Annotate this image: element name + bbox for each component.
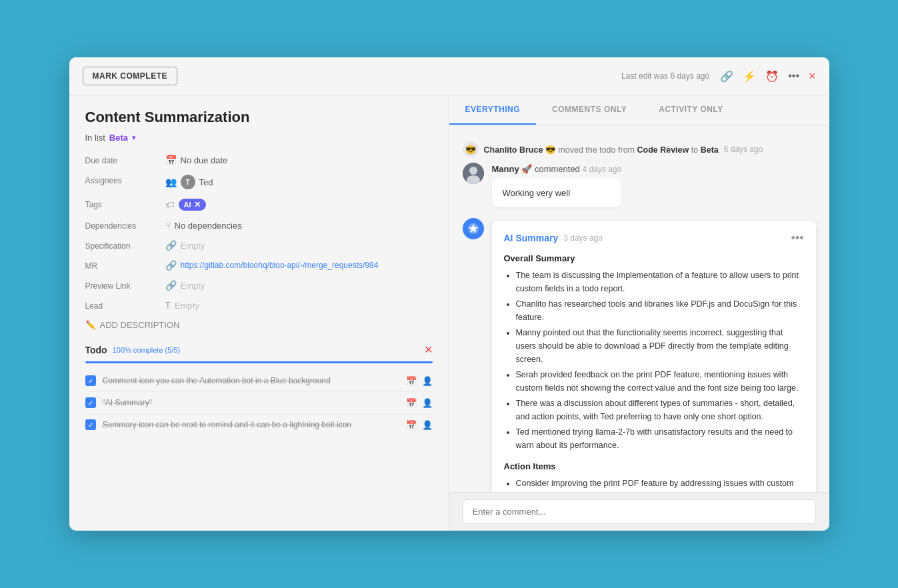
lead-text: Empty <box>175 301 199 311</box>
lead-row: Lead T Empty <box>85 300 433 311</box>
summary-more-icon[interactable]: ••• <box>791 231 804 245</box>
ai-summary-item: AI Summary 3 days ago ••• Overall Summar… <box>463 218 816 493</box>
specification-row: Specification 🔗 Empty <box>85 240 433 251</box>
manny-comment-content: Manny 🚀 commented 4 days ago Working ver… <box>492 163 622 207</box>
todo-header: Todo 100% complete (5/5) ✕ <box>85 343 433 356</box>
tab-everything[interactable]: EVERYTHING <box>449 95 537 125</box>
summary-item-5: There was a discussion about different t… <box>516 397 804 423</box>
manny-action: commented <box>535 164 583 174</box>
ai-tag[interactable]: AI ✕ <box>179 199 206 211</box>
tabs-row: EVERYTHING COMMENTS ONLY ACTIVITY ONLY <box>449 95 829 125</box>
preview-row: Preview Link 🔗 Empty <box>85 280 433 291</box>
in-list-row: In list Beta ▾ <box>85 133 433 143</box>
tags-row: Tags 🏷 AI ✕ <box>85 199 433 211</box>
list-dropdown-arrow[interactable]: ▾ <box>132 133 136 142</box>
todo-item-icons-3: 📅 👤 <box>406 420 433 430</box>
lead-label: Lead <box>85 300 165 311</box>
calendar-todo-icon-2[interactable]: 📅 <box>406 398 417 408</box>
description-icon: ✏️ <box>85 320 96 330</box>
tab-comments-only[interactable]: COMMENTS ONLY <box>536 95 643 125</box>
todo-text-2: "AI Summary" <box>103 398 399 407</box>
tab-activity-only[interactable]: ACTIVITY ONLY <box>643 95 739 125</box>
chanlito-name: Chanlito Bruce 😎 <box>484 145 556 155</box>
assignees-value: 👥 T Ted <box>165 175 213 189</box>
todo-checkbox-3[interactable]: ✓ <box>85 419 96 430</box>
progress-bar-fill <box>85 361 433 363</box>
todo-checkbox-1[interactable]: ✓ <box>85 375 96 386</box>
calendar-todo-icon-3[interactable]: 📅 <box>406 420 417 430</box>
todo-progress: 100% complete (5/5) <box>113 346 181 354</box>
summary-item-4: Serah provided feedback on the print PDF… <box>516 368 804 395</box>
summary-card: AI Summary 3 days ago ••• Overall Summar… <box>492 221 816 493</box>
manny-comment-header: Manny 🚀 commented 4 days ago <box>492 163 622 176</box>
list-name-badge[interactable]: Beta <box>109 133 128 143</box>
avatar: T <box>181 175 195 189</box>
summary-item-2: Chanlito has researched tools and librar… <box>516 297 804 324</box>
todo-close-icon[interactable]: ✕ <box>424 343 433 356</box>
modal-body: Content Summarization In list Beta ▾ Due… <box>69 95 829 531</box>
dependencies-text: No dependencies <box>175 221 242 231</box>
comment-input[interactable] <box>463 499 816 524</box>
more-icon[interactable]: ••• <box>788 70 799 82</box>
left-panel: Content Summarization In list Beta ▾ Due… <box>69 95 449 531</box>
todo-item-icons-1: 📅 👤 <box>406 376 433 386</box>
preview-text: Empty <box>181 281 205 291</box>
calendar-todo-icon-1[interactable]: 📅 <box>406 376 417 386</box>
action-items-list: Consider improving the print PDF feature… <box>504 477 804 493</box>
link-spec-icon: 🔗 <box>165 240 177 251</box>
mark-complete-button[interactable]: MARK COMPLETE <box>83 67 178 85</box>
lightning-icon[interactable]: ⚡ <box>743 70 756 83</box>
preview-value: 🔗 Empty <box>165 280 205 291</box>
preview-label: Preview Link <box>85 280 165 291</box>
specification-label: Specification <box>85 240 165 251</box>
due-date-value: 📅 No due date <box>165 155 228 165</box>
main-modal: MARK COMPLETE Last edit was 6 days ago 🔗… <box>69 57 829 531</box>
chanlito-avatar: 😎 <box>463 141 479 157</box>
summary-card-header: AI Summary 3 days ago ••• <box>504 231 804 245</box>
due-date-text: No due date <box>181 155 228 165</box>
mr-link[interactable]: https://gitlab.com/bloohq/bloo-api/-/mer… <box>181 261 379 270</box>
todo-text-1: Comment icon you can the Automation bot … <box>103 376 399 385</box>
todo-title: Todo 100% complete (5/5) <box>85 345 181 355</box>
assignee-todo-icon-1[interactable]: 👤 <box>422 376 433 386</box>
add-description-button[interactable]: ✏️ ADD DESCRIPTION <box>85 320 433 330</box>
specification-value: 🔗 Empty <box>165 240 205 251</box>
mr-label: MR <box>85 260 165 271</box>
summary-item-1: The team is discussing the implementatio… <box>516 269 804 295</box>
tag-remove-icon[interactable]: ✕ <box>194 200 201 209</box>
manny-avatar <box>463 163 484 184</box>
todo-checkbox-2[interactable]: ✓ <box>85 397 96 408</box>
close-icon[interactable]: × <box>809 69 816 83</box>
due-date-label: Due date <box>85 155 165 165</box>
chanlito-from: Code Review <box>637 145 689 155</box>
due-date-row: Due date 📅 No due date <box>85 155 433 165</box>
assignee-name: Ted <box>199 177 213 187</box>
mr-value: 🔗 https://gitlab.com/bloohq/bloo-api/-/m… <box>165 260 379 271</box>
summary-card-title: AI Summary 3 days ago <box>504 233 603 243</box>
dependencies-row: Dependencies ⑂ No dependencies <box>85 220 433 231</box>
tags-label: Tags <box>85 199 165 209</box>
todo-section: Todo 100% complete (5/5) ✕ ✓ Comment ico… <box>85 343 433 436</box>
assignee-todo-icon-2[interactable]: 👤 <box>422 398 433 408</box>
mr-row: MR 🔗 https://gitlab.com/bloohq/bloo-api/… <box>85 260 433 271</box>
dependencies-value: ⑂ No dependencies <box>165 220 242 231</box>
text-lead-icon: T <box>165 300 171 311</box>
reminder-icon[interactable]: ⏰ <box>765 70 779 83</box>
link-icon[interactable]: 🔗 <box>720 70 733 83</box>
ai-summary-avatar <box>463 218 484 239</box>
header-icons: 🔗 ⚡ ⏰ ••• × <box>720 69 815 83</box>
add-description-label: ADD DESCRIPTION <box>100 320 180 330</box>
svg-point-1 <box>469 167 477 175</box>
progress-bar-container <box>85 361 433 363</box>
assignee-todo-icon-3[interactable]: 👤 <box>422 420 433 430</box>
specification-text: Empty <box>181 241 205 251</box>
manny-name: Manny 🚀 <box>492 164 533 174</box>
modal-header: MARK COMPLETE Last edit was 6 days ago 🔗… <box>69 57 829 95</box>
comment-input-row <box>449 492 829 531</box>
todo-item-icons-2: 📅 👤 <box>406 398 433 408</box>
overall-summary-list: The team is discussing the implementatio… <box>504 269 804 452</box>
last-edit-text: Last edit was 6 days ago <box>621 71 709 81</box>
action-items-title: Action Items <box>504 461 804 471</box>
chanlito-to: Beta <box>701 145 719 155</box>
chanlito-activity: 😎 Chanlito Bruce 😎 moved the todo from C… <box>463 136 816 163</box>
